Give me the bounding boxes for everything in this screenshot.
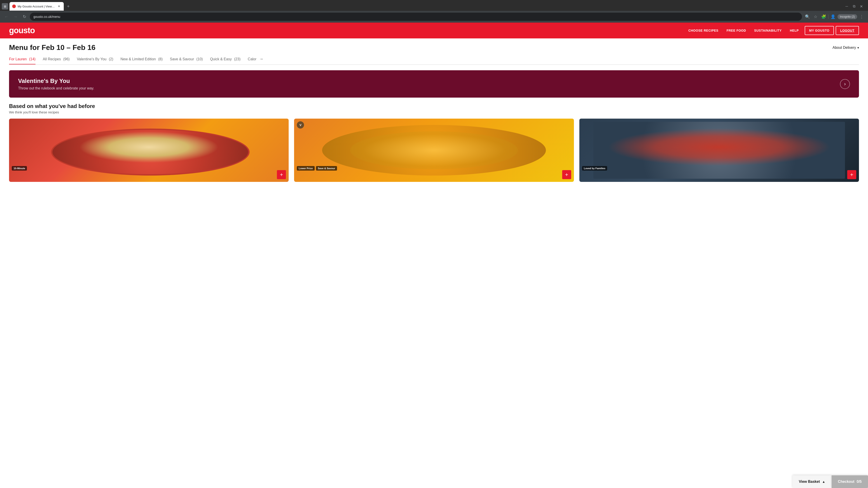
toolbar-divider: [828, 14, 829, 19]
recipe-card-1[interactable]: 10-Minute +: [9, 119, 289, 182]
filter-label: Save & Savour: [170, 57, 194, 61]
tab-favicon: [12, 4, 16, 8]
address-bar[interactable]: gousto.co.uk/menu: [30, 13, 802, 21]
filter-count: (14): [29, 57, 35, 61]
nav-free-food[interactable]: FREE FOOD: [722, 23, 750, 38]
filter-tab-quick-easy[interactable]: Quick & Easy (23): [210, 55, 241, 65]
promo-banner-title: Valentine's By You: [18, 77, 94, 85]
search-icon[interactable]: 🔍: [804, 13, 811, 20]
recipe-image-1: [9, 119, 289, 182]
tab-close-button[interactable]: ✕: [57, 4, 61, 8]
incognito-label: Incognito (2): [840, 15, 855, 18]
menu-icon[interactable]: ⋮: [858, 13, 865, 20]
nav-choose-recipes[interactable]: CHOOSE RECIPES: [684, 23, 722, 38]
about-delivery-chevron: ▾: [857, 46, 859, 50]
filter-arrow: →: [259, 57, 264, 61]
page-title: Menu for Feb 10 – Feb 16: [9, 43, 95, 52]
section-title: Based on what you've had before: [9, 103, 859, 109]
bookmark-icon[interactable]: ☆: [812, 13, 819, 20]
promo-banner-text: Valentine's By You Throw out the ruleboo…: [18, 77, 94, 90]
promo-banner-arrow[interactable]: ›: [840, 79, 850, 89]
new-tab-button[interactable]: +: [65, 3, 71, 9]
filter-tab-calorie[interactable]: Calor →: [248, 54, 264, 65]
reload-button[interactable]: ↻: [21, 13, 28, 20]
add-recipe-3-button[interactable]: +: [847, 170, 856, 179]
profile-icon[interactable]: 👤: [829, 13, 837, 20]
filter-count: (8): [158, 57, 163, 61]
badge-save-savour: Save & Savour: [316, 166, 337, 170]
filter-label: For Lauren: [9, 57, 27, 61]
filter-count: (10): [196, 57, 203, 61]
url-text: gousto.co.uk/menu: [33, 15, 60, 19]
recipe-badges-1: 10-Minute: [12, 166, 27, 170]
my-gousto-button[interactable]: MY GOUSTO: [805, 26, 834, 35]
filter-count: (23): [234, 57, 241, 61]
filter-count: (96): [63, 57, 70, 61]
filter-label: Quick & Easy: [210, 57, 232, 61]
badge-10-minute: 10-Minute: [12, 166, 27, 170]
tab-switcher[interactable]: ⊞: [2, 3, 8, 9]
filter-label: Valentine's By You: [77, 57, 106, 61]
filter-label: Calor: [248, 57, 256, 61]
nav-links: CHOOSE RECIPES FREE FOOD SUSTAINABILITY …: [684, 23, 859, 38]
badge-loved-families: Loved by Families: [582, 166, 607, 170]
filter-tab-new-limited[interactable]: New & Limited Edition (8): [121, 55, 163, 65]
section-subtitle: We think you'll love these recipes: [9, 110, 859, 114]
badge-lower-price: Lower Price: [297, 166, 314, 170]
logout-button[interactable]: LOGOUT: [836, 26, 859, 35]
site-navigation: gousto CHOOSE RECIPES FREE FOOD SUSTAINA…: [0, 23, 868, 38]
page-header: Menu for Feb 10 – Feb 16 About Delivery …: [9, 38, 859, 54]
add-recipe-2-button[interactable]: +: [562, 170, 571, 179]
close-button[interactable]: ✕: [858, 3, 864, 9]
recipe-card-3[interactable]: Loved by Families +: [579, 119, 859, 182]
filter-tab-valentines[interactable]: Valentine's By You (2): [77, 55, 113, 65]
tab-title: My Gousto Account | View You...: [18, 5, 55, 8]
nav-sustainability[interactable]: SUSTAINABILITY: [750, 23, 786, 38]
minimize-button[interactable]: ─: [844, 3, 850, 9]
forward-button[interactable]: →: [12, 13, 19, 20]
recipe-card-2[interactable]: V Lower Price Save & Savour +: [294, 119, 574, 182]
back-button[interactable]: ←: [3, 13, 10, 20]
filter-label: All Recipes: [43, 57, 61, 61]
incognito-badge[interactable]: Incognito (2): [837, 14, 857, 19]
recipe-image-3: [579, 119, 859, 182]
recipe-badges-3: Loved by Families: [582, 166, 607, 170]
maximize-button[interactable]: ⧉: [851, 3, 857, 9]
filter-label: New & Limited Edition: [121, 57, 156, 61]
filter-tab-all-recipes[interactable]: All Recipes (96): [43, 55, 70, 65]
nav-help[interactable]: HELP: [786, 23, 803, 38]
extensions-icon[interactable]: 🧩: [820, 13, 827, 20]
add-recipe-1-button[interactable]: +: [277, 170, 286, 179]
browser-tab-active[interactable]: My Gousto Account | View You... ✕: [9, 2, 64, 11]
filter-tab-for-lauren[interactable]: For Lauren (14): [9, 55, 35, 65]
recipe-badges-2: Lower Price Save & Savour: [297, 166, 337, 170]
about-delivery-label: About Delivery: [833, 46, 856, 50]
section-heading: Based on what you've had before We think…: [9, 103, 859, 114]
promo-banner[interactable]: Valentine's By You Throw out the ruleboo…: [9, 70, 859, 98]
filter-tabs: For Lauren (14) All Recipes (96) Valenti…: [9, 54, 859, 65]
recipe-image-2: [294, 119, 574, 182]
filter-count: (2): [109, 57, 113, 61]
recipe-grid: 10-Minute + V Lower Price Save & Savour …: [9, 119, 859, 182]
site-logo[interactable]: gousto: [9, 26, 35, 35]
filter-tab-save-savour[interactable]: Save & Savour (10): [170, 55, 203, 65]
about-delivery-button[interactable]: About Delivery ▾: [833, 46, 859, 50]
promo-banner-subtitle: Throw out the rulebook and celebrate you…: [18, 86, 94, 90]
